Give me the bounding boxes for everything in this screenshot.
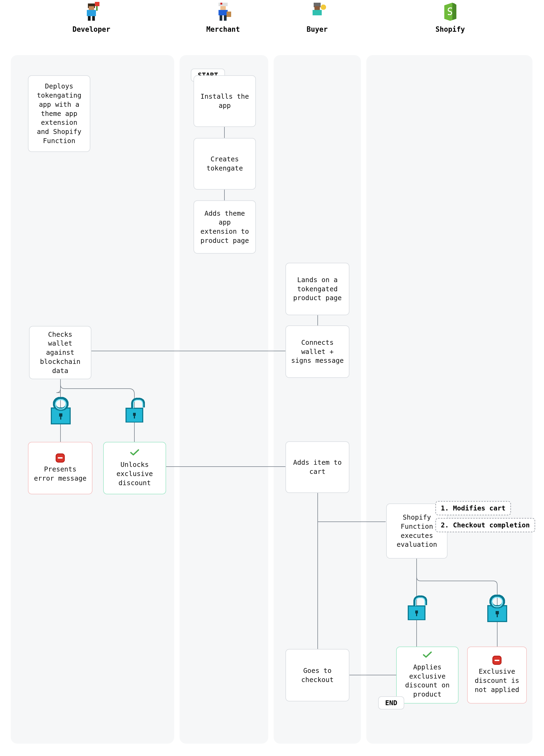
svg-rect-11	[220, 15, 222, 21]
developer-avatar-icon	[81, 0, 102, 22]
stop-icon	[56, 453, 65, 463]
note-checkout-completion: 2. Checkout completion	[435, 518, 535, 532]
padlock-closed-icon	[484, 593, 510, 623]
node-buyer-connects: Connects wallet + signs message	[285, 325, 349, 378]
shopify-logo-icon	[439, 0, 461, 22]
padlock-closed-icon	[48, 395, 74, 425]
node-text: Exclusive discount is not applied	[472, 667, 521, 694]
node-dev-deploys: Deploys tokengating app with a theme app…	[28, 75, 90, 152]
svg-rect-2	[87, 10, 96, 16]
node-text: Goes to checkout	[291, 666, 344, 684]
lane-label: Shopify	[415, 25, 485, 33]
node-buyer-lands: Lands on a tokengated product page	[285, 263, 349, 315]
svg-rect-41	[133, 413, 136, 416]
node-buyer-addcart: Adds item to cart	[285, 441, 349, 493]
svg-rect-44	[415, 611, 418, 613]
svg-rect-3	[88, 16, 91, 21]
node-text: Unlocks exclusive discount	[109, 460, 161, 487]
node-merchant-adds-extension: Adds theme app extension to product page	[194, 200, 256, 254]
svg-marker-21	[452, 3, 456, 20]
node-dev-checks: Checks wallet against blockchain data	[29, 326, 91, 379]
end-pill: END	[378, 696, 404, 709]
svg-rect-1	[89, 6, 94, 10]
check-icon	[130, 449, 139, 458]
svg-rect-12	[224, 15, 227, 21]
svg-rect-7	[219, 3, 228, 6]
svg-rect-5	[95, 2, 100, 6]
node-shopify-applies: Applies exclusive discount on product	[396, 647, 458, 704]
node-buyer-checkout: Goes to checkout	[285, 649, 349, 701]
stop-icon	[492, 656, 502, 665]
svg-rect-50	[497, 614, 498, 617]
svg-rect-13	[227, 12, 231, 17]
node-merchant-installs: Installs the app	[194, 75, 256, 127]
node-text: Lands on a tokengated product page	[291, 275, 344, 303]
svg-rect-45	[416, 613, 417, 616]
node-text: Deploys tokengating app with a theme app…	[33, 82, 85, 145]
node-text: Creates tokengate	[199, 155, 251, 173]
svg-rect-49	[496, 611, 499, 614]
note-text: 1. Modifies cart	[441, 504, 506, 512]
svg-rect-42	[134, 416, 135, 418]
svg-rect-18	[318, 15, 321, 21]
lane-label: Merchant	[188, 25, 258, 33]
lane-label: Buyer	[282, 25, 352, 33]
lane-header-developer: Developer	[56, 0, 126, 33]
node-text: Applies exclusive discount on product	[401, 663, 453, 699]
svg-rect-16	[312, 10, 321, 15]
svg-rect-6	[96, 6, 98, 11]
node-text: Shopify Function executes evaluation	[392, 513, 442, 549]
lane-header-merchant: Merchant	[188, 0, 258, 33]
padlock-open-icon	[404, 593, 429, 623]
pill-label: END	[385, 699, 397, 707]
node-shopify-notapplied: Exclusive discount is not applied	[467, 647, 527, 704]
padlock-open-icon	[122, 395, 147, 425]
lane-header-buyer: Buyer	[282, 0, 352, 33]
lane-shopify	[366, 55, 532, 744]
svg-rect-15	[314, 6, 320, 10]
svg-rect-17	[314, 15, 316, 21]
node-text: Checks wallet against blockchain data	[34, 330, 86, 375]
node-dev-error: Presents error message	[28, 442, 93, 494]
svg-rect-39	[60, 417, 61, 420]
svg-rect-10	[219, 10, 228, 15]
svg-rect-9	[221, 6, 226, 10]
node-text: Adds theme app extension to product page	[199, 209, 251, 245]
svg-rect-8	[221, 3, 222, 5]
note-modifies-cart: 1. Modifies cart	[435, 501, 511, 515]
lane-label: Developer	[56, 25, 126, 33]
svg-rect-38	[59, 413, 62, 417]
lane-buyer	[273, 55, 361, 744]
node-text: Installs the app	[199, 92, 251, 110]
buyer-avatar-icon	[306, 0, 328, 22]
lane-header-shopify: Shopify	[415, 0, 485, 33]
lane-developer	[11, 55, 174, 744]
node-text: Adds item to cart	[291, 458, 344, 476]
note-text: 2. Checkout completion	[441, 521, 530, 529]
node-dev-unlocks: Unlocks exclusive discount	[103, 442, 166, 494]
svg-rect-4	[92, 16, 95, 21]
check-icon	[423, 651, 432, 661]
node-text: Connects wallet + signs message	[291, 338, 344, 365]
svg-point-19	[321, 5, 326, 10]
node-merchant-creates: Creates tokengate	[194, 138, 256, 190]
merchant-avatar-icon	[212, 0, 234, 22]
node-text: Presents error message	[33, 465, 87, 483]
